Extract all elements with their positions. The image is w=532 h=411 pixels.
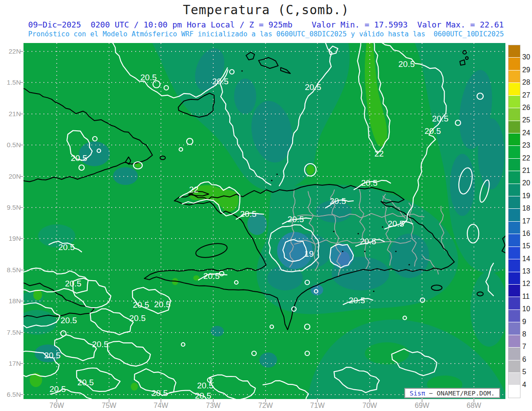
y-axis-label: 22N [0, 47, 21, 55]
weather-map-page: Temperatura (C,somb.) 09−Dic−2025 0200 U… [0, 0, 532, 411]
islet-dot [382, 226, 383, 227]
colorbar-cell [509, 45, 520, 58]
x-axis-label: 70W [356, 402, 383, 410]
contour-value-label: 20.5 [78, 378, 94, 387]
colorbar-cell [509, 272, 520, 285]
y-axis-label: 19N [0, 235, 21, 242]
colorbar-cell [509, 360, 520, 373]
contour-value-label: 20.5 [92, 340, 109, 349]
colorbar-cell [509, 96, 520, 108]
contour-value-label: 20.5 [129, 313, 146, 323]
contour-value-label: 20.5 [288, 215, 304, 224]
colorbar-cell [509, 159, 520, 171]
temperature-map-svg: 20.520.520.520.520.520.520.5222220.520.5… [23, 43, 505, 399]
colorbar-tick-label: 25 [522, 116, 532, 124]
x-axis-label: 74W [148, 402, 174, 410]
islet-dot [395, 251, 396, 252]
contour-value-label: 22 [374, 149, 383, 158]
colorbar-tick-label: 29 [522, 66, 532, 74]
x-axis-label: 75W [96, 402, 122, 410]
y-axis-label: 21N [0, 110, 21, 117]
y-axis-label: 17N [0, 360, 21, 367]
watermark-badge: Sisπ − ONAMET/REP.DOM. [404, 388, 500, 398]
contour-value-label: 19 [304, 249, 313, 258]
colorbar-cell [509, 322, 520, 335]
map-canvas: 20.520.520.520.520.520.520.5222220.520.5… [23, 43, 505, 399]
contour-value-label: 20.5 [330, 196, 346, 206]
colorbar-cell [509, 259, 520, 272]
y-axis-label: 18N [0, 297, 21, 305]
colorbar-cell [509, 58, 520, 70]
contour-value-label: 20.5 [141, 73, 157, 82]
colorbar-tick-label: 12 [522, 280, 532, 288]
islet-dot [364, 251, 365, 252]
colorbar-tick-label: 23 [522, 141, 532, 149]
islet-dot [333, 231, 334, 232]
colorbar-cell [509, 385, 520, 397]
y-axis-label: 0.5N [0, 141, 21, 149]
x-axis-label: 73W [200, 402, 227, 410]
watermark-org: ONAMET/REP.DOM. [437, 390, 495, 397]
contour-value-label: 20.5 [59, 243, 75, 252]
temperature-contour-speckle [128, 404, 132, 409]
colorbar-cell [509, 196, 520, 209]
colorbar-cell [509, 348, 520, 360]
colorbar-cell [509, 121, 520, 133]
x-axis-label: 76W [43, 402, 70, 410]
colorbar-cell [509, 83, 520, 95]
colorbar-cell [509, 285, 520, 297]
contour-value-label: 20.5 [240, 209, 257, 219]
contour-value-label: 20.5 [305, 82, 321, 92]
contour-value-label: 20.5 [65, 279, 82, 288]
colorbar-cell [509, 222, 520, 234]
colorbar-tick-label: 7 [522, 343, 532, 351]
contour-value-label: 20.5 [197, 381, 214, 390]
contour-value-label: 20.5 [212, 77, 229, 86]
x-axis-label: 69W [409, 402, 435, 410]
colorbar-tick-label: 15 [522, 242, 532, 250]
islet-dot [357, 233, 359, 234]
colorbar-tick-label: 8 [522, 330, 532, 338]
colorbar-tick-label: 30 [522, 53, 532, 61]
model-init-line: Pronóstico con el Modelo Atmósferico WRF… [0, 30, 532, 38]
watermark-separator: − [425, 390, 437, 397]
colorbar-cell [509, 70, 520, 83]
colorbar-tick-label: 26 [522, 104, 532, 112]
colorbar-cell [509, 247, 520, 259]
colorbar-tick-label: 9 [522, 318, 532, 326]
forecast-valid-time-line: 09−Dic−2025 0200 UTC / 10:00 pm Hora Loc… [0, 20, 532, 29]
colorbar-cell [509, 146, 520, 158]
contour-value-label: 20.5 [44, 351, 61, 360]
colorbar-cell [509, 297, 520, 309]
y-axis-label: 1.5N [0, 78, 21, 86]
y-axis-label: 9.5N [0, 204, 21, 211]
contour-value-label: 20.5 [361, 178, 378, 188]
colorbar-cell [509, 133, 520, 146]
colorbar-tick-label: 13 [522, 267, 532, 275]
colorbar-tick-label: 14 [522, 255, 532, 263]
contour-value-label: 20.5 [61, 316, 77, 325]
contour-value-label: 20.5 [133, 300, 149, 309]
contour-value-label: 20.5 [425, 126, 441, 136]
x-axis-label: 71W [304, 402, 331, 410]
islet-dot [408, 264, 410, 265]
colorbar-cell [509, 234, 520, 247]
contour-value-label: 20.5 [195, 391, 211, 400]
contour-value-label: 20.5 [71, 153, 87, 163]
contour-value-label: 20.5 [154, 300, 171, 309]
colorbar-tick-label: 17 [522, 217, 532, 225]
y-axis-label: 6.5N [0, 391, 21, 398]
colorbar-tick-label: 19 [522, 192, 532, 200]
colorbar-tick-label: 21 [522, 167, 532, 175]
contour-value-label: 20.5 [388, 219, 404, 228]
colorbar-tick-label: 20 [522, 179, 532, 187]
islet-dot [342, 251, 343, 252]
colorbar-tick-label: 24 [522, 129, 532, 137]
contour-value-label: 20.5 [399, 59, 415, 69]
colorbar-tick-label: 4 [522, 381, 532, 389]
colorbar-cell [509, 108, 520, 121]
sispi-logo: Sisπ [410, 390, 425, 397]
map-layers: 20.520.520.520.520.520.520.5222220.520.5… [17, 39, 508, 409]
x-axis-label: 72W [252, 402, 279, 410]
colorbar [508, 45, 520, 398]
